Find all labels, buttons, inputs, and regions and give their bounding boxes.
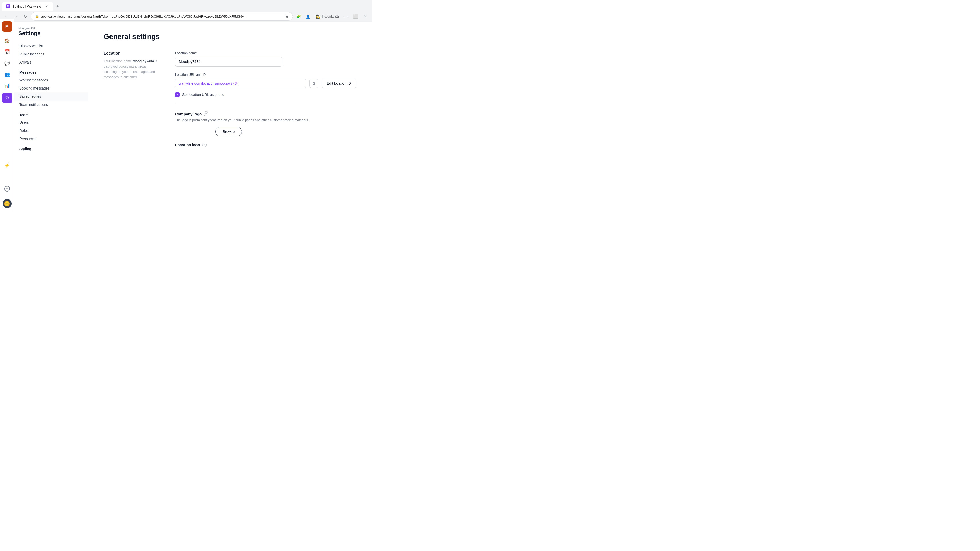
main-content: General settings Location Your location … bbox=[88, 22, 372, 211]
sidebar-section-team: Team bbox=[14, 109, 88, 118]
url-text: app.waitwhile.com/settings/general?authT… bbox=[41, 14, 283, 18]
home-icon: 🏠 bbox=[4, 38, 10, 44]
desc-bold: Moodjoy7434 bbox=[133, 59, 154, 63]
help-icon: ? bbox=[4, 186, 10, 192]
home-icon-button[interactable]: 🏠 bbox=[2, 36, 12, 46]
sidebar-item-saved-replies[interactable]: Saved replies bbox=[14, 92, 88, 100]
location-name-input[interactable] bbox=[175, 57, 282, 67]
public-url-checkbox-row: ✓ Set location URL as public bbox=[175, 92, 356, 97]
sidebar-icon-rail: M 🏠 📅 💬 👥 📊 ⚙ ⚡ ? 😊 bbox=[0, 19, 14, 211]
url-value: waitwhile.com/locations/moodjoy7434 bbox=[179, 81, 239, 86]
location-icon-label: Location icon bbox=[175, 143, 200, 147]
profile-button[interactable]: 👤 bbox=[304, 13, 311, 20]
location-form: Location name Location URL and ID waitwh… bbox=[175, 51, 356, 149]
public-url-label: Set location URL as public bbox=[182, 93, 224, 97]
extensions-button[interactable]: 🧩 bbox=[295, 13, 302, 20]
sidebar-item-booking-messages[interactable]: Booking messages bbox=[14, 84, 88, 92]
tab-close-button[interactable]: ✕ bbox=[45, 4, 49, 9]
desc-prefix: Your location name bbox=[103, 59, 133, 63]
refresh-button[interactable]: ↻ bbox=[21, 13, 29, 20]
location-url-label: Location URL and ID bbox=[175, 73, 356, 76]
close-button[interactable]: ✕ bbox=[361, 13, 369, 20]
settings-icon: ⚙ bbox=[5, 95, 9, 101]
sidebar-item-users[interactable]: Users bbox=[14, 118, 88, 127]
help-icon-button[interactable]: ? bbox=[2, 184, 12, 194]
minimize-button[interactable]: — bbox=[343, 13, 350, 20]
sidebar-section-messages: Messages bbox=[14, 66, 88, 76]
maximize-button[interactable]: ⬜ bbox=[352, 13, 360, 20]
sidebar-item-roles[interactable]: Roles bbox=[14, 127, 88, 135]
copy-url-button[interactable]: ⧉ bbox=[309, 79, 318, 88]
tab-title: Settings | Waitwhile bbox=[12, 5, 41, 8]
section-divider bbox=[175, 103, 356, 103]
sidebar-account-name: Moodjoy7434 bbox=[18, 27, 84, 30]
lightning-icon-button[interactable]: ⚡ bbox=[2, 160, 12, 170]
sidebar-item-display-waitlist[interactable]: Display waitlist bbox=[14, 42, 88, 50]
section-desc-text: Your location name Moodjoy7434 is displa… bbox=[103, 59, 160, 80]
section-description: Location Your location name Moodjoy7434 … bbox=[103, 51, 160, 149]
analytics-icon-button[interactable]: 📊 bbox=[2, 81, 12, 91]
sidebar-item-arrivals[interactable]: Arrivals bbox=[14, 58, 88, 66]
section-label: Location bbox=[103, 51, 160, 56]
url-field-group: waitwhile.com/locations/moodjoy7434 ⧉ Ed… bbox=[175, 79, 356, 88]
location-icon-help-icon[interactable]: ? bbox=[202, 143, 207, 147]
incognito-badge: 🕵 Incognito (2) bbox=[313, 14, 341, 19]
browser-tab[interactable]: M Settings | Waitwhile ✕ bbox=[2, 2, 53, 11]
forward-button[interactable]: → bbox=[12, 13, 19, 20]
url-display: waitwhile.com/locations/moodjoy7434 bbox=[175, 79, 306, 88]
sidebar-item-team-notifications[interactable]: Team notifications bbox=[14, 100, 88, 109]
chat-icon-button[interactable]: 💬 bbox=[2, 58, 12, 68]
browse-button[interactable]: Browse bbox=[215, 127, 242, 137]
account-avatar[interactable]: M bbox=[2, 21, 12, 32]
sidebar-title: Settings bbox=[18, 30, 84, 37]
chat-icon: 💬 bbox=[4, 60, 10, 66]
new-tab-button[interactable]: + bbox=[54, 3, 61, 10]
company-logo-desc: The logo is prominently featured on your… bbox=[175, 118, 356, 123]
public-url-checkbox[interactable]: ✓ bbox=[175, 92, 180, 97]
company-logo-help-icon[interactable]: ? bbox=[204, 111, 208, 116]
lightning-icon: ⚡ bbox=[4, 162, 10, 168]
location-icon-title: Location icon ? bbox=[175, 143, 356, 147]
location-name-label: Location name bbox=[175, 51, 356, 55]
sidebar-item-public-locations[interactable]: Public locations bbox=[14, 50, 88, 58]
back-button[interactable]: ← bbox=[3, 13, 10, 20]
address-bar[interactable]: 🔒 app.waitwhile.com/settings/general?aut… bbox=[30, 12, 293, 21]
settings-icon-button[interactable]: ⚙ bbox=[2, 93, 12, 103]
sidebar-section-styling: Styling bbox=[14, 143, 88, 152]
sidebar-item-resources[interactable]: Resources bbox=[14, 135, 88, 143]
copy-icon: ⧉ bbox=[313, 81, 315, 86]
sidebar-item-waitlist-messages[interactable]: Waitlist messages bbox=[14, 76, 88, 84]
team-icon-button[interactable]: 👥 bbox=[2, 69, 12, 79]
tab-favicon: M bbox=[6, 4, 10, 8]
page-title: General settings bbox=[103, 33, 356, 41]
analytics-icon: 📊 bbox=[4, 83, 10, 89]
company-logo-title: Company logo ? bbox=[175, 111, 356, 116]
company-logo-label: Company logo bbox=[175, 112, 202, 116]
calendar-icon-button[interactable]: 📅 bbox=[2, 47, 12, 57]
people-icon: 👥 bbox=[4, 72, 10, 77]
calendar-icon: 📅 bbox=[4, 49, 10, 55]
location-section: Location Your location name Moodjoy7434 … bbox=[103, 51, 356, 149]
edit-location-id-button[interactable]: Edit location ID bbox=[321, 79, 356, 88]
user-avatar[interactable]: 😊 bbox=[3, 199, 12, 208]
